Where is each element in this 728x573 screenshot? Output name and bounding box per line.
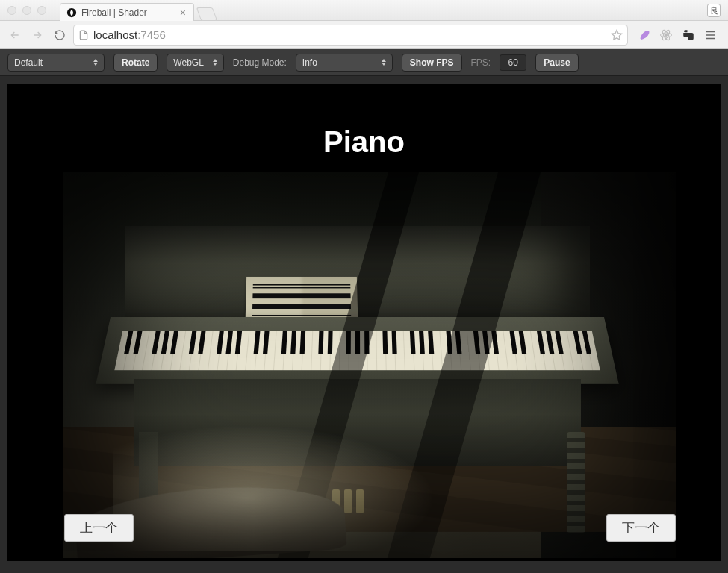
url-port: :7456 (137, 28, 166, 41)
profile-badge[interactable]: 良 (707, 4, 721, 17)
svg-marker-1 (612, 30, 621, 40)
react-extension-icon[interactable] (659, 28, 673, 42)
renderer-value: WebGL (173, 57, 203, 68)
url-bar[interactable]: localhost:7456 (73, 25, 628, 46)
page-icon (78, 30, 89, 40)
rotate-label: Rotate (122, 57, 149, 68)
new-tab-button[interactable] (196, 7, 218, 21)
debug-mode-value: Info (302, 57, 317, 68)
back-button[interactable] (6, 26, 24, 44)
app-toolbar: Default Rotate WebGL Debug Mode: Info Sh… (0, 49, 728, 76)
close-tab-icon[interactable]: × (180, 7, 186, 18)
render-viewport[interactable]: Piano 上一个 下一个 (7, 84, 721, 561)
close-window-icon[interactable] (7, 6, 16, 15)
rotate-button[interactable]: Rotate (113, 54, 158, 72)
reload-button[interactable] (51, 26, 69, 44)
caret-icon (382, 59, 386, 66)
feather-extension-icon[interactable] (637, 28, 650, 42)
maximize-window-icon[interactable] (37, 6, 46, 15)
mode-select-value: Default (14, 57, 43, 68)
debug-mode-select[interactable]: Info (296, 54, 393, 72)
minimize-window-icon[interactable] (22, 6, 31, 15)
app-wrap: Default Rotate WebGL Debug Mode: Info Sh… (0, 49, 728, 573)
show-fps-button[interactable]: Show FPS (402, 54, 462, 72)
scene-canvas (63, 172, 676, 558)
browser-tab[interactable]: Fireball | Shader × (60, 3, 194, 21)
pause-button[interactable]: Pause (535, 54, 578, 72)
url-host: localhost (93, 28, 137, 41)
url-text: localhost:7456 (93, 28, 166, 41)
next-button[interactable]: 下一个 (606, 514, 676, 542)
tab-favicon-icon (66, 7, 77, 18)
prev-button[interactable]: 上一个 (64, 514, 134, 542)
svg-point-2 (665, 34, 668, 36)
mode-select[interactable]: Default (7, 54, 105, 72)
renderer-select[interactable]: WebGL (167, 54, 223, 72)
fps-value: 60 (500, 54, 526, 71)
hamburger-menu-icon[interactable] (704, 28, 718, 42)
caret-icon (93, 59, 98, 66)
traffic-lights (7, 6, 46, 15)
tab-title: Fireball | Shader (81, 7, 147, 18)
window-titlebar: Fireball | Shader × 良 (0, 0, 728, 21)
forward-button[interactable] (28, 26, 46, 44)
caret-icon (213, 59, 217, 66)
extension-icons (632, 28, 722, 42)
fps-label: FPS: (471, 57, 491, 68)
show-fps-label: Show FPS (410, 57, 454, 68)
scene-title: Piano (7, 125, 721, 159)
tab-strip: Fireball | Shader × (60, 3, 215, 21)
debug-mode-label: Debug Mode: (233, 57, 287, 68)
evernote-extension-icon[interactable] (682, 28, 695, 42)
bookmark-star-icon[interactable] (611, 29, 623, 41)
browser-toolbar: localhost:7456 (0, 21, 728, 49)
pause-label: Pause (544, 57, 570, 68)
